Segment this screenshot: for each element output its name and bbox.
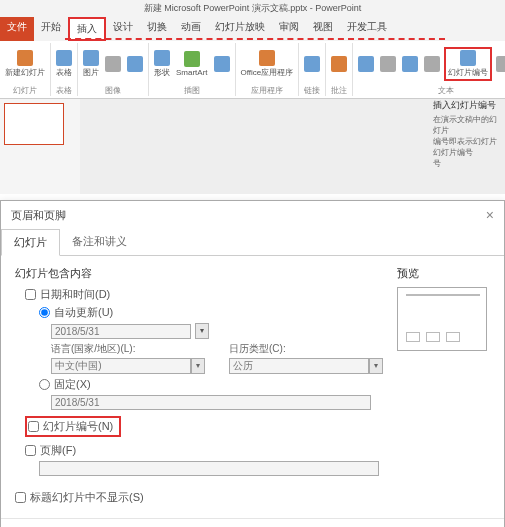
fixed-radio[interactable] xyxy=(39,379,50,390)
pictures-button[interactable]: 图片 xyxy=(81,49,101,79)
date-select[interactable] xyxy=(51,324,191,339)
preview-label: 预览 xyxy=(397,266,490,281)
footer-label: 页脚(F) xyxy=(40,443,76,458)
slide-number-checkbox[interactable] xyxy=(28,421,39,432)
dont-show-title-checkbox[interactable] xyxy=(15,492,26,503)
table-icon xyxy=(56,50,72,66)
group-apps: 应用程序 xyxy=(251,85,283,96)
group-comments: 批注 xyxy=(331,85,347,96)
language-select[interactable] xyxy=(51,358,191,374)
chart-button[interactable] xyxy=(212,55,232,73)
object-button[interactable] xyxy=(494,55,505,73)
dialog-title: 页眉和页脚 xyxy=(11,208,66,223)
slidenum-icon xyxy=(460,50,476,66)
object-icon xyxy=(496,56,505,72)
ribbon: 新建幻灯片 幻灯片 表格 表格 图片 图像 形状 SmartArt 插图 xyxy=(0,41,505,99)
window-title: 新建 Microsoft PowerPoint 演示文稿.pptx - Powe… xyxy=(0,0,505,17)
chevron-down-icon[interactable]: ▾ xyxy=(369,358,383,374)
calendar-select[interactable] xyxy=(229,358,369,374)
table-button[interactable]: 表格 xyxy=(54,49,74,79)
group-slides: 幻灯片 xyxy=(13,85,37,96)
auto-update-radio[interactable] xyxy=(39,307,50,318)
shapes-button[interactable]: 形状 xyxy=(152,49,172,79)
language-label: 语言(国家/地区)(L): xyxy=(51,342,205,356)
wordart-icon xyxy=(402,56,418,72)
album-button[interactable] xyxy=(125,55,145,73)
datetime-checkbox[interactable] xyxy=(25,289,36,300)
chevron-down-icon[interactable]: ▾ xyxy=(195,323,209,339)
group-tables: 表格 xyxy=(56,85,72,96)
dont-show-label: 标题幻灯片中不显示(S) xyxy=(30,490,144,505)
smartart-icon xyxy=(184,51,200,67)
smartart-button[interactable]: SmartArt xyxy=(174,50,210,78)
office-icon xyxy=(259,50,275,66)
comment-icon xyxy=(331,56,347,72)
new-slide-button[interactable]: 新建幻灯片 xyxy=(3,49,47,79)
group-images: 图像 xyxy=(105,85,121,96)
header-footer-icon xyxy=(380,56,396,72)
textbox-icon xyxy=(358,56,374,72)
comment-button[interactable] xyxy=(329,55,349,73)
tab-file[interactable]: 文件 xyxy=(0,17,34,41)
screenshot-icon xyxy=(105,56,121,72)
slide-number-label: 幻灯片编号(N) xyxy=(43,419,113,434)
footer-checkbox[interactable] xyxy=(25,445,36,456)
datetime-button[interactable] xyxy=(422,55,442,73)
hyperlink-icon xyxy=(304,56,320,72)
slide-thumbnails xyxy=(0,99,80,194)
picture-icon xyxy=(83,50,99,66)
group-text: 文本 xyxy=(438,85,454,96)
slide-area: 插入幻灯片编号 在演示文稿中的幻灯片 编号即表示幻灯片 幻灯片编号 号 xyxy=(0,99,505,194)
screenshot-button[interactable] xyxy=(103,55,123,73)
tutorial-arrow xyxy=(65,38,445,40)
preview-box xyxy=(397,287,487,351)
footer-input[interactable] xyxy=(39,461,379,476)
fixed-label: 固定(X) xyxy=(54,377,91,392)
slide-thumb-1[interactable] xyxy=(4,103,64,145)
header-footer-dialog: 页眉和页脚 × 幻灯片 备注和讲义 幻灯片包含内容 日期和时间(D) 自动更新(… xyxy=(0,200,505,527)
shapes-icon xyxy=(154,50,170,66)
fixed-date-input[interactable] xyxy=(51,395,371,410)
group-illustrations: 插图 xyxy=(184,85,200,96)
new-slide-icon xyxy=(17,50,33,66)
wordart-button[interactable] xyxy=(400,55,420,73)
calendar-label: 日历类型(C): xyxy=(229,342,383,356)
auto-update-label: 自动更新(U) xyxy=(54,305,113,320)
textbox-button[interactable] xyxy=(356,55,376,73)
chart-icon xyxy=(214,56,230,72)
section-label: 幻灯片包含内容 xyxy=(15,266,383,281)
office-apps-button[interactable]: Office应用程序 xyxy=(239,49,296,79)
chevron-down-icon[interactable]: ▾ xyxy=(191,358,205,374)
close-icon[interactable]: × xyxy=(486,207,494,223)
datetime-label: 日期和时间(D) xyxy=(40,287,110,302)
group-links: 链接 xyxy=(304,85,320,96)
insert-tooltip: 插入幻灯片编号 在演示文稿中的幻灯片 编号即表示幻灯片 幻灯片编号 号 xyxy=(433,99,501,169)
dialog-tab-slide[interactable]: 幻灯片 xyxy=(1,229,60,256)
tab-home[interactable]: 开始 xyxy=(34,17,68,41)
album-icon xyxy=(127,56,143,72)
dialog-tab-notes[interactable]: 备注和讲义 xyxy=(60,229,139,255)
hyperlink-button[interactable] xyxy=(302,55,322,73)
slide-number-button[interactable]: 幻灯片编号 xyxy=(444,47,492,81)
datetime-icon xyxy=(424,56,440,72)
header-footer-button[interactable] xyxy=(378,55,398,73)
